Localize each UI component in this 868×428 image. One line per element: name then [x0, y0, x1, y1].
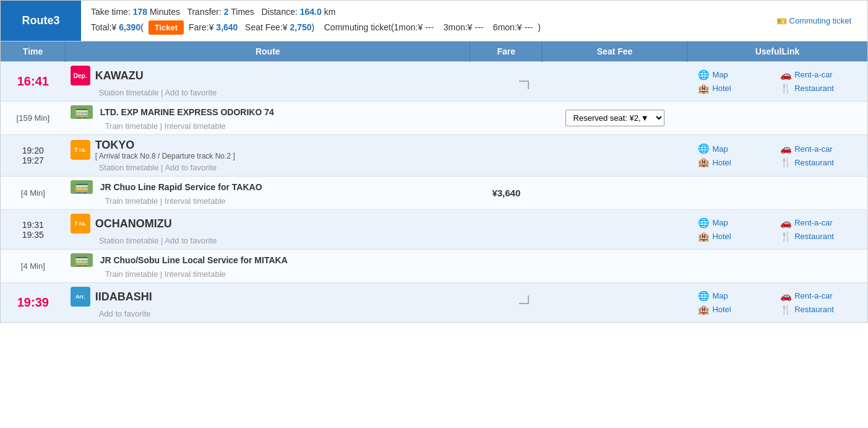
jr-sobu-timetable-link[interactable]: Train timetable: [105, 269, 158, 279]
hotel-icon: 🏨: [698, 83, 710, 94]
iidabashi-links: Add to favorite: [99, 309, 465, 318]
ochanomizu-map-link[interactable]: 🌐 Map: [698, 217, 774, 229]
tokyo-time-pair: 19:20 19:27: [6, 146, 61, 165]
table-row: [159 Min] 🚃 LTD. EXP MARINE EXPRESS ODOR…: [1, 102, 868, 135]
seat-fee-select[interactable]: Reserved seat: ¥2,▼: [565, 110, 664, 126]
ochanomizu-favorite-link[interactable]: Add to favorite: [165, 236, 217, 245]
iidabashi-hotel-link[interactable]: 🏨 Hotel: [698, 304, 774, 315]
ochanomizu-rent-link[interactable]: 🚗 Rent-a-car: [780, 217, 856, 229]
ochanomizu-links: Station timetable | Add to favorite: [99, 236, 465, 245]
tokyo-hotel-link[interactable]: 🏨 Hotel: [698, 157, 774, 168]
iidabashi-seatfee: [543, 283, 687, 323]
kawazu-dep-icon: Dep.: [71, 66, 90, 85]
restaurant-icon: 🍴: [780, 83, 792, 94]
tokyo-useful-grid: 🌐 Map 🚗 Rent-a-car 🏨 Hotel 🍴 Restaurant: [692, 141, 862, 170]
jr-chuo-interval-link[interactable]: Interval timetable: [165, 196, 226, 206]
tokyo-map-link[interactable]: 🌐 Map: [698, 143, 774, 154]
route-header: Route3 Take time: 178 Minutes Transfer: …: [0, 0, 868, 41]
restaurant-icon-tokyo: 🍴: [780, 157, 792, 168]
iidabashi-arr-icon: Arr.: [71, 287, 90, 307]
tokyo-dep-time: 19:20: [22, 146, 44, 155]
distance-unit: km: [324, 7, 336, 17]
jr-chuo-route-cell: 🚃 JR Chuo Line Rapid Service for TAKAO T…: [66, 177, 470, 210]
kawazu-restaurant-link[interactable]: 🍴 Restaurant: [780, 83, 856, 94]
commuting-ticket-label: Commuting ticket: [789, 16, 851, 25]
jr-chuo-seatfee: [543, 177, 687, 210]
iidabashi-arrival-time: 19:39: [17, 295, 49, 309]
ltd-exp-useful: [687, 102, 867, 135]
kawazu-useful: 🌐 Map 🚗 Rent-a-car 🏨 Hotel 🍴 Restaurant: [687, 62, 867, 102]
kawazu-useful-grid: 🌐 Map 🚗 Rent-a-car 🏨 Hotel 🍴 Restaurant: [692, 67, 862, 97]
kawazu-map-link[interactable]: 🌐 Map: [698, 69, 774, 81]
tokyo-timetable-link[interactable]: Station timetable: [99, 163, 159, 172]
map-icon: 🌐: [698, 69, 710, 81]
restaurant-icon-iidabashi: 🍴: [780, 304, 792, 315]
ticket-button[interactable]: Ticket: [148, 20, 184, 35]
ochanomizu-restaurant-link[interactable]: 🍴 Restaurant: [780, 231, 856, 242]
distance-value: 164.0: [300, 7, 322, 17]
iidabashi-map-link[interactable]: 🌐 Map: [698, 290, 774, 302]
ltd-exp-links: Train timetable | Interval timetable: [105, 121, 465, 131]
kawazu-hotel-link[interactable]: 🏨 Hotel: [698, 83, 774, 94]
commuting-ticket-link-wrap: 🎫 Commuting ticket: [776, 16, 867, 26]
ltd-exp-duration-time: [159 Min]: [1, 102, 66, 135]
kawazu-departure-time: 16:41: [17, 74, 49, 88]
commuting-1mon: ---: [425, 22, 434, 32]
commuting-3mon-label: 3mon:¥: [444, 22, 475, 32]
ochanomizu-time: 19:31 19:35: [1, 210, 66, 250]
kawazu-rent-link[interactable]: 🚗 Rent-a-car: [780, 69, 856, 81]
jr-chuo-fare: ¥3,640: [470, 177, 543, 210]
ochanomizu-hotel-link[interactable]: 🏨 Hotel: [698, 231, 774, 242]
kawazu-favorite-link[interactable]: Add to favorite: [165, 88, 217, 97]
hotel-icon-iidabashi: 🏨: [698, 304, 710, 315]
table-row: [4 Min] 🚃 JR Chuo Line Rapid Service for…: [1, 177, 868, 210]
jr-chuo-timetable-link[interactable]: Train timetable: [105, 196, 158, 206]
tokyo-station-name: TOKYO: [95, 139, 235, 152]
jr-chuo-duration: [4 Min]: [21, 188, 45, 198]
iidabashi-rent-link[interactable]: 🚗 Rent-a-car: [780, 290, 856, 302]
table-row: 19:20 19:27 T ra. TOKYO [ Arrival track …: [1, 135, 868, 177]
table-row: 19:31 19:35 T ra. OCHANOMIZU Station tim…: [1, 210, 868, 250]
tokyo-useful: 🌐 Map 🚗 Rent-a-car 🏨 Hotel 🍴 Restaurant: [687, 135, 867, 177]
iidabashi-station-row: Arr. IIDABASHI: [71, 287, 465, 307]
jr-sobu-duration-time: [4 Min]: [1, 250, 66, 283]
tokyo-station-row: T ra. TOKYO [ Arrival track No.8 / Depar…: [71, 139, 465, 160]
car-icon-tokyo: 🚗: [780, 143, 792, 154]
jr-sobu-interval-link[interactable]: Interval timetable: [165, 269, 226, 279]
ltd-exp-interval-link[interactable]: Interval timetable: [165, 121, 226, 131]
route-badge: Route3: [1, 1, 81, 41]
ochanomizu-tra-icon: T ra.: [71, 214, 90, 234]
fare-label: Fare:¥: [189, 22, 216, 32]
kawazu-timetable-link[interactable]: Station timetable: [99, 88, 159, 97]
ltd-exp-timetable-link[interactable]: Train timetable: [105, 121, 158, 131]
tokyo-time: 19:20 19:27: [1, 135, 66, 177]
map-icon-ochanomizu: 🌐: [698, 217, 710, 229]
kawazu-route-cell: Dep. KAWAZU Station timetable | Add to f…: [66, 62, 470, 102]
seat-fee-value: 2,750: [290, 22, 311, 32]
map-icon-tokyo: 🌐: [698, 143, 710, 154]
ochanomizu-fare: [470, 210, 543, 250]
tokyo-rent-link[interactable]: 🚗 Rent-a-car: [780, 143, 856, 154]
ochanomizu-time-pair: 19:31 19:35: [6, 220, 61, 240]
total-value: 6,390: [119, 22, 140, 32]
tokyo-favorite-link[interactable]: Add to favorite: [165, 163, 217, 172]
iidabashi-useful: 🌐 Map 🚗 Rent-a-car 🏨 Hotel 🍴 Restaurant: [687, 283, 867, 323]
iidabashi-favorite-link[interactable]: Add to favorite: [99, 309, 151, 318]
col-useful: UsefulLink: [687, 41, 867, 62]
iidabashi-restaurant-link[interactable]: 🍴 Restaurant: [780, 304, 856, 315]
table-row: 19:39 Arr. IIDABASHI Add to favorite: [1, 283, 868, 323]
commuting-6mon: ---: [524, 22, 533, 32]
tokyo-track-info: [ Arrival track No.8 / Departure track N…: [95, 152, 235, 160]
kawazu-seatfee: [543, 62, 687, 102]
seat-fee-label: Seat Fee:¥: [245, 22, 290, 32]
jr-sobu-train-icon: 🚃: [71, 253, 93, 267]
commuting-ticket-link[interactable]: 🎫 Commuting ticket: [776, 16, 861, 26]
ochanomizu-timetable-link[interactable]: Station timetable: [99, 236, 159, 245]
route-table: Time Route Fare Seat Fee UsefulLink 16:4…: [0, 41, 868, 323]
jr-chuo-links: Train timetable | Interval timetable: [105, 196, 465, 206]
tokyo-restaurant-link[interactable]: 🍴 Restaurant: [780, 157, 856, 168]
route-info: Take time: 178 Minutes Transfer: 2 Times…: [81, 1, 776, 41]
fare-value: 3,640: [216, 22, 238, 32]
fare-bracket-top: [519, 81, 529, 89]
route-line2: Total:¥ 6,390( Ticket Fare:¥ 3,640 Seat …: [91, 20, 767, 35]
